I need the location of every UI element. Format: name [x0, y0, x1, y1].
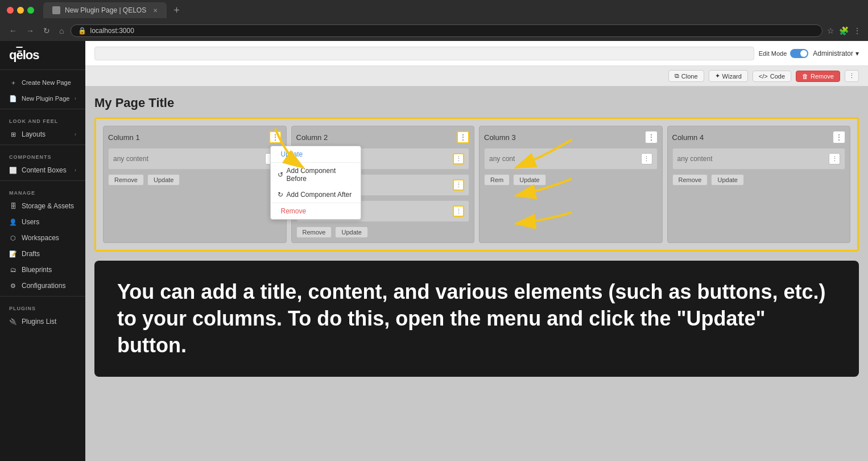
sidebar-item-drafts[interactable]: 📝 Drafts — [0, 246, 85, 262]
plugins-list-icon: 🔌 — [9, 318, 17, 326]
wizard-label: Wizard — [722, 73, 742, 80]
section-manage: MANAGE — [0, 183, 85, 198]
sidebar-item-workspaces[interactable]: ⬡ Workspaces — [0, 230, 85, 246]
col3-content-menu[interactable]: ⋮ — [641, 153, 652, 164]
admin-dropdown[interactable]: Administrator ▾ — [813, 50, 859, 57]
context-menu-update[interactable]: Update — [271, 146, 361, 162]
col4-content-menu[interactable]: ⋮ — [829, 153, 840, 164]
sidebar-item-storage[interactable]: 🗄 Storage & Assets — [0, 198, 85, 214]
col3-content-box: any cont ⋮ — [484, 148, 658, 170]
extension-icon[interactable]: 🧩 — [839, 26, 849, 35]
browser-titlebar: New Plugin Page | QELOS ✕ + — [0, 0, 868, 20]
content-boxes-arrow: › — [75, 167, 76, 173]
col2-content-menu-3[interactable]: ⋮ — [453, 205, 464, 217]
sidebar-item-users[interactable]: 👤 Users — [0, 214, 85, 230]
star-icon[interactable]: ☆ — [827, 26, 834, 35]
col2-menu-button[interactable]: ⋮ — [457, 131, 469, 143]
col4-header: Column 4 ⋮ — [672, 131, 846, 143]
workspaces-label: Workspaces — [22, 234, 59, 242]
page-toolbar: ⧉ Clone ✦ Wizard </> Code 🗑 Remove ⋮ — [85, 66, 868, 87]
sidebar-item-create-page[interactable]: ＋ Create New Page — [0, 75, 85, 90]
col3-menu-button[interactable]: ⋮ — [645, 131, 658, 143]
col4-content-text: any content — [677, 155, 713, 163]
sidebar-item-blueprints[interactable]: 🗂 Blueprints — [0, 262, 85, 278]
chevron-down-icon: ▾ — [855, 50, 859, 57]
create-page-label: Create New Page — [22, 79, 71, 86]
forward-button[interactable]: → — [24, 25, 36, 36]
add-after-label: Add Component After — [287, 191, 352, 199]
section-plugins: PLUGINS — [0, 299, 85, 314]
app: qēlos ＋ Create New Page 📄 New Plugin Pag… — [0, 41, 868, 461]
address-bar[interactable]: 🔒 localhost:3000 — [71, 24, 822, 37]
col3-update-btn[interactable]: Update — [513, 174, 545, 186]
context-menu: Update ↺ Add Component Before ↻ — [270, 146, 361, 220]
clone-label: Clone — [681, 73, 698, 80]
dot-maximize[interactable] — [27, 7, 34, 14]
sidebar-arrow: › — [75, 96, 76, 101]
col4-actions: Remove Update — [672, 174, 846, 186]
top-bar: Edit Mode Administrator ▾ — [85, 41, 868, 66]
clone-icon: ⧉ — [675, 72, 679, 80]
sidebar-item-layouts[interactable]: ⊞ Layouts › — [0, 126, 85, 142]
col2-content-menu-2[interactable]: ⋮ — [453, 179, 464, 191]
col1-content-text: any content — [113, 155, 148, 163]
context-menu-remove[interactable]: Remove — [271, 203, 361, 219]
col3-title: Column 3 — [484, 133, 516, 142]
col4-remove-btn[interactable]: Remove — [672, 174, 708, 186]
col1-menu-button[interactable]: ⋮ Update ↺ — [269, 131, 282, 143]
context-menu-add-after[interactable]: ↻ Add Component After — [271, 187, 361, 203]
back-button[interactable]: ← — [7, 25, 19, 36]
new-tab-button[interactable]: + — [173, 5, 180, 17]
col1-update-btn[interactable]: Update — [147, 174, 180, 186]
dot-close[interactable] — [7, 7, 14, 14]
browser-chrome: New Plugin Page | QELOS ✕ + ← → ↻ ⌂ 🔒 lo… — [0, 0, 868, 41]
col1-header: Column 1 ⋮ Update — [108, 131, 282, 143]
col2-actions: Remove Update — [296, 227, 470, 238]
col3-remove-btn[interactable]: Rem — [484, 174, 510, 186]
col4-menu-button[interactable]: ⋮ — [833, 131, 845, 143]
code-button[interactable]: </> Code — [753, 71, 791, 82]
highlighted-section: Column 1 ⋮ Update — [94, 117, 859, 252]
lock-icon: 🔒 — [78, 27, 86, 35]
col2-header: Column 2 ⋮ — [296, 131, 470, 143]
sidebar-item-plugin-page[interactable]: 📄 New Plugin Page › — [0, 90, 85, 106]
col3-header: Column 3 ⋮ — [484, 131, 658, 143]
browser-tab[interactable]: New Plugin Page | QELOS ✕ — [43, 2, 167, 18]
col4-update-btn[interactable]: Update — [711, 174, 743, 186]
edit-mode-toggle: Edit Mode — [759, 49, 809, 58]
storage-label: Storage & Assets — [22, 202, 74, 210]
column-4: Column 4 ⋮ any content ⋮ Remove Update — [667, 126, 851, 243]
more-options-button[interactable]: ⋮ — [845, 70, 859, 82]
tab-close-icon[interactable]: ✕ — [153, 7, 158, 14]
users-label: Users — [22, 218, 39, 226]
sidebar-item-content-boxes[interactable]: ⬜ Content Boxes › — [0, 162, 85, 178]
storage-icon: 🗄 — [9, 202, 17, 210]
col2-content-menu-1[interactable]: ⋮ — [453, 153, 464, 164]
layouts-label: Layouts — [22, 130, 46, 138]
add-after-icon: ↻ — [278, 191, 283, 199]
search-input[interactable] — [94, 47, 754, 60]
dot-minimize[interactable] — [17, 7, 24, 14]
toggle-switch[interactable] — [790, 49, 808, 58]
wizard-button[interactable]: ✦ Wizard — [709, 70, 748, 82]
context-menu-add-before[interactable]: ↺ Add Component Before — [271, 163, 361, 187]
refresh-button[interactable]: ↻ — [41, 25, 52, 36]
tab-title: New Plugin Page | QELOS — [65, 6, 146, 14]
clone-button[interactable]: ⧉ Clone — [668, 70, 704, 82]
col1-title: Column 1 — [108, 133, 140, 142]
update-label: Update — [281, 150, 303, 158]
remove-button[interactable]: 🗑 Remove — [796, 71, 840, 82]
blueprints-icon: 🗂 — [9, 266, 17, 274]
sidebar: qēlos ＋ Create New Page 📄 New Plugin Pag… — [0, 41, 85, 461]
col1-remove-btn[interactable]: Remove — [108, 174, 144, 186]
menu-icon[interactable]: ⋮ — [853, 26, 861, 35]
code-label: Code — [770, 73, 785, 80]
sidebar-item-plugins-list[interactable]: 🔌 Plugins List — [0, 314, 85, 330]
sidebar-item-configurations[interactable]: ⚙ Configurations — [0, 278, 85, 294]
admin-label: Administrator — [813, 50, 853, 57]
col2-remove-btn[interactable]: Remove — [296, 227, 332, 238]
columns-grid: Column 1 ⋮ Update — [103, 126, 850, 243]
code-icon: </> — [759, 73, 768, 80]
col2-update-btn[interactable]: Update — [335, 227, 367, 238]
home-button[interactable]: ⌂ — [57, 25, 66, 36]
